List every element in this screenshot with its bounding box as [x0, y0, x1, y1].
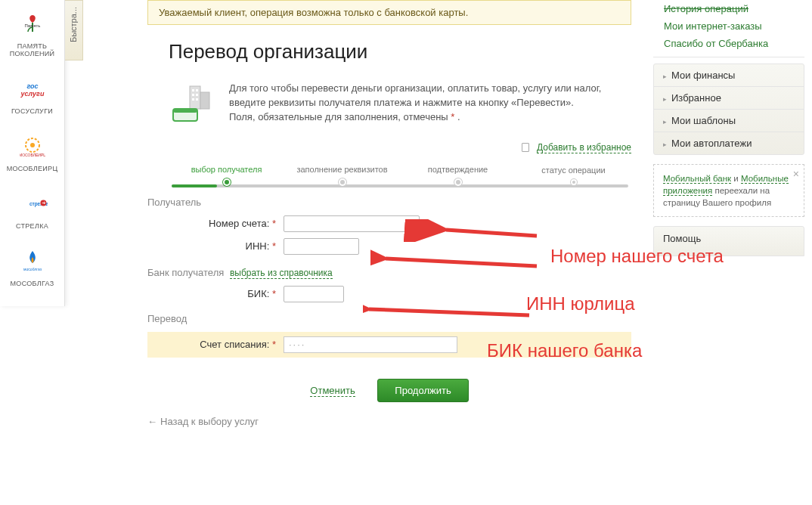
- svg-rect-13: [192, 94, 194, 96]
- svg-text:Память: Память: [24, 23, 40, 28]
- cancel-link[interactable]: Отменить: [310, 385, 355, 397]
- close-icon[interactable]: ×: [793, 167, 799, 182]
- annotation-text-2: ИНН юрлица: [526, 293, 635, 314]
- svg-line-21: [386, 259, 537, 266]
- sidebar-item-memory[interactable]: Память ПАМЯТЬ ПОКОЛЕНИЙ: [0, 0, 64, 65]
- step-3: подтверждение: [400, 165, 516, 186]
- svg-text:мособлгаз: мособлгаз: [23, 267, 42, 271]
- svg-text:гос: гос: [26, 82, 38, 90]
- history-link[interactable]: История операций: [653, 0, 804, 17]
- menu-autopay[interactable]: Мои автоплатежи: [654, 132, 804, 154]
- button-row: Отменить Продолжить: [147, 379, 631, 402]
- gas-icon: мособлгаз: [17, 246, 48, 277]
- quick-tab[interactable]: Быстра...: [65, 0, 83, 60]
- sidebar-label: МосОблЕИРЦ: [0, 165, 64, 172]
- svg-rect-16: [196, 98, 198, 101]
- info-box: × Мобильный банк и Мобильные приложения …: [653, 164, 804, 217]
- sidebar-label: Мособлгаз: [0, 280, 64, 287]
- back-link[interactable]: ←Назад к выбору услуг: [147, 416, 259, 427]
- label-bik: БИК:: [247, 288, 269, 299]
- flower-icon: Память: [17, 9, 48, 39]
- right-column: История операций Мои интернет-заказы Спа…: [653, 0, 804, 256]
- quick-tab-label: Быстра...: [69, 7, 78, 42]
- svg-rect-12: [196, 89, 198, 91]
- bik-input[interactable]: [284, 286, 344, 302]
- label-inn: ИНН:: [246, 240, 270, 252]
- sidebar-label: ПАМЯТЬ: [0, 42, 64, 50]
- section-recipient: Получатель: [147, 197, 631, 208]
- bank-directory-link[interactable]: выбрать из справочника: [230, 268, 333, 279]
- annotation-arrow-2: [370, 249, 544, 272]
- annotation-arrow-1: [370, 219, 544, 242]
- sidebar-sublabel: ПОКОЛЕНИЙ: [0, 50, 64, 57]
- thanks-link[interactable]: Спасибо от Сбербанка: [653, 35, 804, 52]
- right-menu: Мои финансы Избранное Мои шаблоны Мои ав…: [653, 64, 804, 155]
- sidebar-item-strelka[interactable]: стрелка СТРЕЛКА: [0, 180, 64, 237]
- building-icon: [169, 82, 217, 122]
- warning-banner: Уважаемый клиент, операция возможна толь…: [147, 0, 631, 25]
- menu-favorites[interactable]: Избранное: [654, 87, 804, 110]
- sidebar-item-mosoblgaz[interactable]: мособлгаз Мособлгаз: [0, 237, 64, 295]
- instr-line2: Поля, обязательные для заполнения, отмеч…: [229, 111, 451, 122]
- page-title: Перевод организации: [169, 40, 631, 64]
- annotation-arrow-3: [363, 299, 537, 321]
- sidebar-item-mosobleirc[interactable]: МОСОБЛЕИРЦ МосОблЕИРЦ: [0, 122, 64, 180]
- label-account: Номер счета:: [209, 218, 269, 229]
- gosuslugi-icon: госуслуги: [17, 74, 48, 104]
- svg-rect-9: [190, 86, 200, 109]
- step-2: заполнение реквизитов: [284, 165, 400, 186]
- orders-link[interactable]: Мои интернет-заказы: [653, 17, 804, 35]
- sidebar-item-gosuslugi[interactable]: госуслуги ГОСУСЛУГИ: [0, 65, 64, 122]
- svg-line-20: [446, 230, 537, 236]
- svg-rect-10: [200, 92, 209, 109]
- instructions: Для того чтобы перевести деньги организа…: [169, 82, 631, 125]
- step-4: статус операции: [516, 166, 631, 185]
- svg-text:услуги: услуги: [20, 90, 44, 98]
- top-links: История операций Мои интернет-заказы Спа…: [653, 0, 804, 57]
- sidebar-label: ГОСУСЛУГИ: [0, 107, 64, 115]
- mobile-bank-link[interactable]: Мобильный банк: [663, 174, 731, 184]
- sidebar-label: СТРЕЛКА: [0, 222, 64, 230]
- menu-finance[interactable]: Мои финансы: [654, 64, 804, 87]
- label-debit: Счет списания:: [200, 339, 269, 350]
- mosobleirc-icon: МОСОБЛЕИРЦ: [17, 132, 48, 162]
- step-1: выбор получателя: [169, 165, 284, 186]
- continue-button[interactable]: Продолжить: [377, 379, 468, 402]
- svg-rect-11: [192, 89, 194, 91]
- annotation-text-3: БИК нашего банка: [487, 340, 642, 361]
- svg-rect-14: [196, 94, 198, 96]
- main-content: Уважаемый клиент, операция возможна толь…: [147, 0, 631, 427]
- favorites-row: Добавить в избранное: [147, 141, 631, 153]
- stepper: выбор получателя заполнение реквизитов п…: [169, 165, 631, 186]
- strelka-icon: стрелка: [17, 189, 48, 219]
- menu-templates[interactable]: Мои шаблоны: [654, 110, 804, 132]
- annotation-text-1: Номер нашего счета: [550, 246, 724, 267]
- debit-account-select[interactable]: ····: [284, 336, 457, 353]
- svg-rect-15: [192, 98, 194, 101]
- left-sidebar: Память ПАМЯТЬ ПОКОЛЕНИЙ госуслуги ГОСУСЛ…: [0, 0, 65, 306]
- svg-line-22: [369, 309, 529, 315]
- inn-input[interactable]: [284, 238, 359, 255]
- svg-point-4: [30, 143, 35, 147]
- instr-line1: Для того чтобы перевести деньги организа…: [229, 82, 601, 108]
- bookmark-icon: [522, 143, 529, 152]
- svg-text:МОСОБЛЕИРЦ: МОСОБЛЕИРЦ: [20, 153, 45, 157]
- add-favorites-link[interactable]: Добавить в избранное: [537, 142, 631, 153]
- svg-rect-18: [173, 109, 197, 113]
